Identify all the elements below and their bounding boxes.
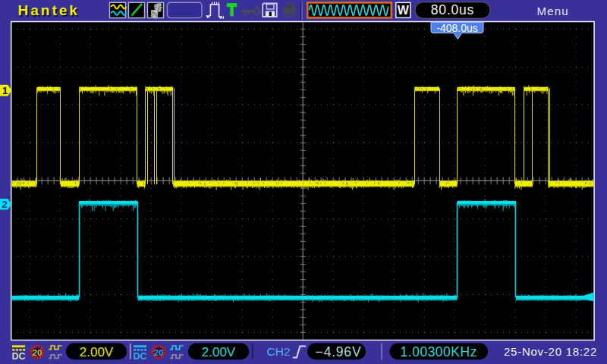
svg-text:80.0us: 80.0us bbox=[431, 2, 474, 17]
svg-text:W: W bbox=[398, 4, 410, 17]
svg-text:2: 2 bbox=[2, 199, 8, 210]
svg-text:1.00300KHz: 1.00300KHz bbox=[401, 344, 477, 359]
svg-text:2.00V: 2.00V bbox=[80, 345, 114, 359]
svg-text:Menu: Menu bbox=[537, 5, 569, 17]
svg-text:DC: DC bbox=[134, 351, 147, 362]
svg-text:Hantek: Hantek bbox=[18, 2, 80, 18]
svg-text:DC: DC bbox=[12, 351, 26, 362]
svg-text:-408.0us: -408.0us bbox=[436, 22, 477, 34]
svg-text:25-Nov-20 18:22: 25-Nov-20 18:22 bbox=[504, 345, 597, 358]
svg-text:2.00V: 2.00V bbox=[202, 345, 236, 359]
svg-text:20: 20 bbox=[154, 348, 164, 357]
svg-text:1: 1 bbox=[2, 85, 8, 96]
svg-text:−4.96V: −4.96V bbox=[316, 344, 362, 359]
svg-text:CH2: CH2 bbox=[267, 345, 291, 358]
svg-text:20: 20 bbox=[33, 348, 42, 357]
